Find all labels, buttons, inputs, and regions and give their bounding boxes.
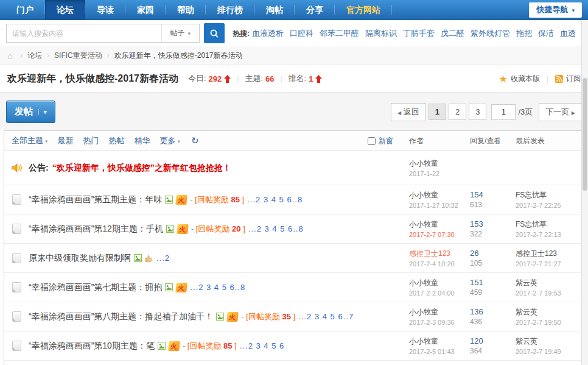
last-post-date-link[interactable]: 2017-2-7 21:27: [516, 260, 584, 268]
breadcrumb-link[interactable]: SIFIC重要活动: [54, 51, 102, 60]
view-count: 436: [470, 317, 516, 326]
hot-keyword-link[interactable]: 口腔科: [290, 29, 313, 38]
thread-title-link[interactable]: 原来中级领取奖励有限制啊: [29, 253, 131, 264]
last-post-author-link[interactable]: 感控卫士123: [516, 249, 584, 259]
new-post-button[interactable]: 发帖▾: [6, 101, 55, 123]
thread-page-links[interactable]: ...2 3 4 5 6..7: [298, 312, 354, 321]
page-jump-input[interactable]: [491, 104, 516, 120]
nav-item[interactable]: 排行榜: [206, 0, 254, 19]
filter-link[interactable]: 更多: [160, 135, 181, 146]
hot-fire-icon: [177, 224, 189, 234]
hot-keyword-link[interactable]: 紫外线灯管: [471, 29, 510, 38]
filter-bar: 全部主题最新热门热帖精华更多↻ 新窗 作者 回复/查看 最后发表: [4, 131, 584, 151]
back-button[interactable]: ◀ 返回: [391, 103, 426, 121]
reply-reward-badge: - [回帖奖励 35 ]: [241, 311, 295, 322]
nav-items: 门户论坛导读家园帮助排行榜淘帖分享官方网站: [5, 0, 392, 19]
nav-item[interactable]: 帮助: [166, 0, 206, 19]
announcement-author-link[interactable]: 小小牧童: [409, 158, 470, 169]
today-count: 292: [209, 74, 222, 83]
scrollbar-thumb[interactable]: [583, 78, 587, 191]
page-total-label: /3页: [518, 107, 533, 118]
page-number-buttons: 123: [426, 107, 487, 116]
thread-page-links[interactable]: ...2 3 4 5 6..8: [248, 224, 304, 233]
thread-document-icon: [12, 224, 21, 234]
breadcrumb-link[interactable]: 欢乐迎新年，快乐做感控-2017新春活动: [114, 51, 243, 60]
quick-nav-button[interactable]: 快捷导航▾: [529, 2, 582, 18]
filter-link[interactable]: 精华: [135, 135, 150, 146]
hot-keyword-link[interactable]: 拖把: [516, 29, 532, 38]
last-post-author-link[interactable]: FS忘忧草: [516, 219, 584, 230]
thread-title-link[interactable]: “幸福涂鸦画画画”第八期主题：撸起袖子加油干！: [29, 311, 213, 322]
thread-author-link[interactable]: 小小牧童: [409, 190, 470, 200]
hot-keyword-link[interactable]: 丁腈手套: [403, 29, 435, 38]
new-window-checkbox[interactable]: [368, 137, 376, 145]
next-page-button[interactable]: 下一页 ▶: [539, 103, 582, 121]
nav-item[interactable]: 门户: [5, 0, 45, 19]
breadcrumb-link[interactable]: 论坛: [27, 51, 42, 60]
subscribe-button[interactable]: 订阅: [555, 74, 581, 84]
last-post-author-link[interactable]: FS忘忧草: [516, 190, 584, 200]
nav-item[interactable]: 分享: [295, 0, 335, 19]
last-post-date-link[interactable]: 2017-2-7 19:50: [516, 319, 584, 326]
nav-item[interactable]: 淘帖: [254, 0, 295, 19]
filter-link[interactable]: 热门: [83, 135, 99, 146]
favorite-board-button[interactable]: ★收藏本版: [499, 73, 540, 85]
filter-link[interactable]: 最新: [58, 135, 74, 146]
page-number-button[interactable]: 3: [469, 104, 486, 120]
thread-title-link[interactable]: “幸福涂鸦画画画”第七期主题：拥抱: [29, 282, 162, 293]
thread-page-links[interactable]: ...2 3 4 5 6: [240, 341, 284, 350]
thread-page-links[interactable]: ...2 3 4 5 6..8: [190, 283, 245, 292]
hot-keyword-link[interactable]: 血透: [560, 29, 576, 38]
thread-page-links[interactable]: ...2 3 4 5 6..8: [247, 195, 303, 204]
hot-keyword-link[interactable]: 邻苯二甲醛: [320, 29, 359, 38]
nav-item[interactable]: 导读: [85, 0, 125, 19]
left-arrow-icon: ◀: [397, 110, 401, 116]
announcement-title-link[interactable]: “欢乐迎新年，快乐做感控”之新年红包抢抢抢！: [52, 163, 231, 174]
last-post-author-link[interactable]: 紫云英: [516, 307, 584, 317]
chevron-down-icon: ▾: [572, 7, 575, 13]
nav-item[interactable]: 论坛: [45, 0, 85, 19]
last-post-date-link[interactable]: 2017-2-7 22:25: [516, 202, 584, 209]
forum-header: 欢乐迎新年，快乐做感控-2017新春活动 今日:292 | 主题:66 | 排名…: [0, 65, 588, 93]
home-icon[interactable]: ⌂: [7, 51, 13, 61]
nav-item[interactable]: 官方网站: [335, 0, 392, 19]
view-count: 459: [470, 288, 516, 297]
chevron-down-icon: ▾: [187, 30, 191, 37]
last-post-author-link[interactable]: 紫云英: [516, 336, 584, 347]
thread-author-link[interactable]: 小小牧童: [409, 336, 470, 347]
page-number-button[interactable]: 1: [429, 104, 446, 120]
page-number-button[interactable]: 2: [449, 104, 466, 120]
thread-author-link[interactable]: 小小牧童: [409, 219, 470, 230]
thread-title-link[interactable]: “幸福涂鸦画画画”第12期主题：手机: [29, 224, 163, 235]
hot-keyword-link[interactable]: 戊二醛: [441, 29, 464, 38]
thread-title-link[interactable]: “幸福涂鸦画画画”第五期主题：年味: [29, 194, 162, 205]
thread-title-link[interactable]: “幸福涂鸦画画画”第10期主题：笔: [29, 341, 155, 352]
thread-page-links[interactable]: ...2: [156, 253, 170, 263]
last-post-date-link[interactable]: 2017-2-7 19:53: [516, 289, 584, 297]
search-box: 帖子▾: [6, 24, 200, 43]
search-button[interactable]: [204, 23, 225, 43]
image-attachment-icon: [134, 254, 142, 262]
reply-reward-badge: - [回帖奖励 85 ]: [183, 341, 237, 352]
reply-count: 120: [470, 336, 516, 346]
reply-count: 153: [470, 219, 516, 229]
last-post-date-link[interactable]: 2017-2-7 19:49: [516, 348, 584, 355]
thread-document-icon: [12, 311, 21, 322]
thread-author-link[interactable]: 小小牧童: [409, 278, 470, 288]
page-title: 欢乐迎新年，快乐做感控-2017新春活动: [7, 73, 178, 85]
search-input[interactable]: [7, 24, 161, 42]
hot-keyword-link[interactable]: 保洁: [538, 29, 554, 38]
thread-row: 原来中级领取奖励有限制啊 ...2 感控卫士123 2017-2-4 10:20…: [4, 244, 584, 273]
hot-keyword-link[interactable]: 血液透析: [252, 29, 284, 38]
last-post-date-link[interactable]: 2017-2-7 22:13: [516, 231, 584, 238]
filter-link[interactable]: 热帖: [109, 135, 125, 146]
search-scope-select[interactable]: 帖子▾: [161, 24, 199, 42]
divider: |: [237, 74, 239, 83]
last-post-author-link[interactable]: 紫云英: [516, 278, 584, 288]
thread-author-link[interactable]: 小小牧童: [409, 307, 470, 317]
filter-link[interactable]: 全部主题: [12, 135, 48, 146]
hot-keyword-link[interactable]: 隔离标识: [365, 29, 397, 38]
thread-author-link[interactable]: 感控卫士123: [409, 249, 470, 259]
nav-item[interactable]: 家园: [125, 0, 166, 19]
refresh-icon[interactable]: ↻: [191, 135, 199, 146]
